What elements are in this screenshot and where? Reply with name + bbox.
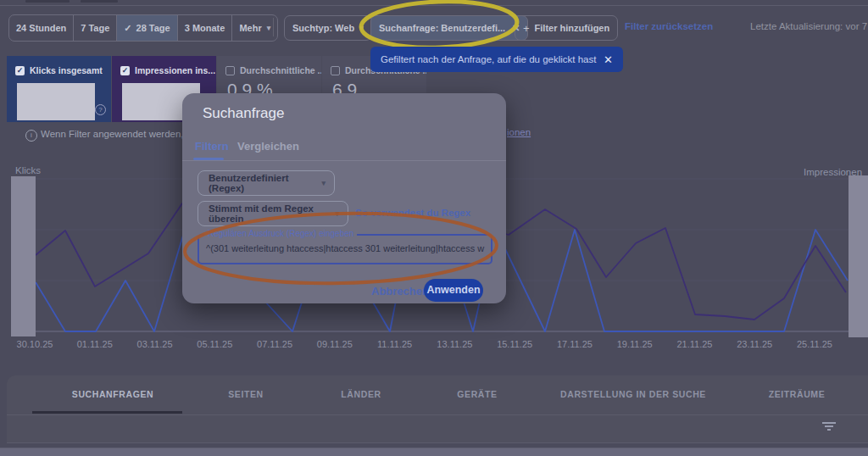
- tooltip-close-icon[interactable]: ✕: [604, 53, 613, 66]
- checkbox-unchecked-icon[interactable]: [225, 66, 235, 75]
- x-tick-label: 30.10.25: [8, 339, 62, 349]
- range-button-mehr[interactable]: Mehr▾: [232, 15, 277, 41]
- dialog-title: Suchanfrage: [203, 105, 284, 122]
- add-filter-label: Filter hinzufügen: [535, 23, 610, 33]
- last-update-text: Letzte Aktualisierung: vor 7 St: [750, 21, 868, 31]
- regex-value-prefix: ^(: [206, 243, 214, 253]
- operator-value: Stimmt mit dem Regex überein: [209, 203, 330, 224]
- divider: [182, 160, 506, 161]
- card-total-clicks[interactable]: ✓ Klicks insgesamt ?: [7, 56, 111, 122]
- search-type-chip[interactable]: Suchtyp: Web ▾: [284, 15, 372, 41]
- clipped-page-title-fragment: [81, 0, 118, 3]
- x-tick-label: 11.11.25: [368, 339, 422, 349]
- add-filter-button[interactable]: + Filter hinzufügen: [515, 15, 618, 41]
- query-filter-dialog: Suchanfrage Filtern Vergleichen Benutzer…: [182, 93, 506, 303]
- regex-input-label: Regulären Ausdruck (Regex) eingeben: [204, 229, 357, 238]
- filter-type-value: Benutzerdefiniert (Regex): [209, 173, 316, 193]
- info-icon: i: [25, 130, 37, 142]
- card-label: Durchschnittliche ...: [240, 65, 321, 75]
- x-axis-labels: 30.10.2501.11.2503.11.2505.11.2507.11.25…: [0, 339, 868, 353]
- tab-geräte[interactable]: GERÄTE: [457, 389, 497, 399]
- x-tick-label: 15.11.25: [487, 339, 542, 349]
- x-tick-label: 17.11.25: [548, 339, 602, 349]
- reset-filters-link[interactable]: Filter zurücksetzen: [625, 21, 713, 31]
- regex-value-text: 301 weiterleitung htaccess|htaccess 301 …: [214, 243, 484, 253]
- regex-help-link[interactable]: So verwendest du Regex: [355, 208, 470, 218]
- date-range-group: 24 Stunden7 Tage✓28 Tage3 MonateMehr▾: [8, 14, 278, 42]
- chevron-down-icon: ▾: [335, 209, 339, 218]
- chevron-down-icon: ▾: [321, 179, 326, 187]
- divider: [7, 442, 868, 443]
- chevron-down-icon: ▾: [267, 24, 271, 32]
- divider: [7, 414, 868, 415]
- tab-vergleichen[interactable]: Vergleichen: [237, 140, 299, 153]
- active-tab-underline: [32, 411, 182, 414]
- clipped-link-fragment[interactable]: ionen: [507, 127, 531, 137]
- x-tick-label: 23.11.25: [727, 339, 782, 349]
- filter-applied-tooltip: Gefiltert nach der Anfrage, auf die du g…: [370, 47, 623, 72]
- y-axis-redaction-box: [849, 175, 868, 337]
- x-tick-label: 03.11.25: [128, 339, 182, 349]
- cancel-button[interactable]: Abbrechen: [371, 285, 429, 298]
- table-footer-strip: [0, 448, 868, 456]
- query-filter-chip[interactable]: Suchanfrage: Benutzerdefi... ✕: [370, 15, 528, 41]
- help-icon[interactable]: ?: [95, 104, 106, 115]
- checkbox-unchecked-icon[interactable]: [331, 66, 340, 75]
- apply-button[interactable]: Anwenden: [424, 279, 483, 302]
- filter-info-text: Wenn Filter angewendet werden, sind Sum: [41, 129, 182, 139]
- x-tick-label: 19.11.25: [608, 339, 662, 349]
- filter-type-dropdown[interactable]: Benutzerdefiniert (Regex) ▾: [198, 170, 335, 196]
- search-console-performance-page: 24 Stunden7 Tage✓28 Tage3 MonateMehr▾ Su…: [0, 0, 868, 456]
- regex-input-value[interactable]: ^(301 weiterleitung htaccess|htaccess 30…: [206, 243, 486, 253]
- chevron-down-icon: ▾: [359, 24, 364, 32]
- checkbox-checked-icon[interactable]: ✓: [120, 66, 130, 75]
- x-tick-label: 21.11.25: [667, 339, 721, 349]
- table-filter-icon[interactable]: [819, 420, 839, 432]
- x-tick-label: 25.11.25: [787, 339, 842, 349]
- toolbar-separator: [273, 18, 274, 36]
- dimensions-table-card: SUCHANFRAGENSEITENLÄNDERGERÄTEDARSTELLUN…: [7, 375, 868, 443]
- card-label: Klicks insgesamt: [30, 65, 103, 75]
- range-button-24-stunden[interactable]: 24 Stunden: [9, 15, 74, 41]
- tab-zeiträume[interactable]: ZEITRÄUME: [769, 389, 826, 399]
- range-label: 24 Stunden: [16, 23, 66, 33]
- header-divider: [0, 5, 868, 6]
- redaction-box: [17, 83, 95, 120]
- range-button-28-tage[interactable]: ✓28 Tage: [117, 15, 177, 41]
- plus-icon: +: [523, 22, 530, 35]
- tab-länder[interactable]: LÄNDER: [341, 389, 381, 399]
- y-axis-redaction-box: [11, 176, 36, 336]
- query-filter-label: Suchanfrage: Benutzerdefi...: [379, 23, 505, 33]
- search-type-label: Suchtyp: Web: [292, 23, 354, 33]
- tab-filtern[interactable]: Filtern: [195, 140, 229, 153]
- x-tick-label: 07.11.25: [248, 339, 302, 349]
- card-label: Impressionen ins...: [135, 65, 215, 75]
- range-label: 7 Tage: [81, 23, 109, 33]
- check-icon: ✓: [124, 23, 131, 34]
- x-tick-label: 01.11.25: [68, 339, 122, 349]
- tooltip-text: Gefiltert nach der Anfrage, auf die du g…: [381, 54, 596, 64]
- x-tick-label: 09.11.25: [308, 339, 362, 349]
- range-button-7-tage[interactable]: 7 Tage: [74, 15, 117, 41]
- tab-suchanfragen[interactable]: SUCHANFRAGEN: [72, 389, 153, 399]
- range-label: 3 Monate: [185, 23, 225, 33]
- x-tick-label: 05.11.25: [187, 339, 242, 349]
- x-tick-label: 13.11.25: [427, 339, 481, 349]
- checkbox-checked-icon[interactable]: ✓: [15, 66, 25, 75]
- tab-seiten[interactable]: SEITEN: [228, 389, 264, 399]
- range-label: Mehr: [239, 23, 261, 33]
- tab-darstellung-in-der-suche[interactable]: DARSTELLUNG IN DER SUCHE: [560, 389, 706, 399]
- range-button-3-monate[interactable]: 3 Monate: [178, 15, 233, 41]
- range-label: 28 Tage: [136, 23, 170, 33]
- clipped-page-title-fragment: [25, 0, 70, 3]
- operator-dropdown[interactable]: Stimmt mit dem Regex überein ▾: [198, 201, 348, 226]
